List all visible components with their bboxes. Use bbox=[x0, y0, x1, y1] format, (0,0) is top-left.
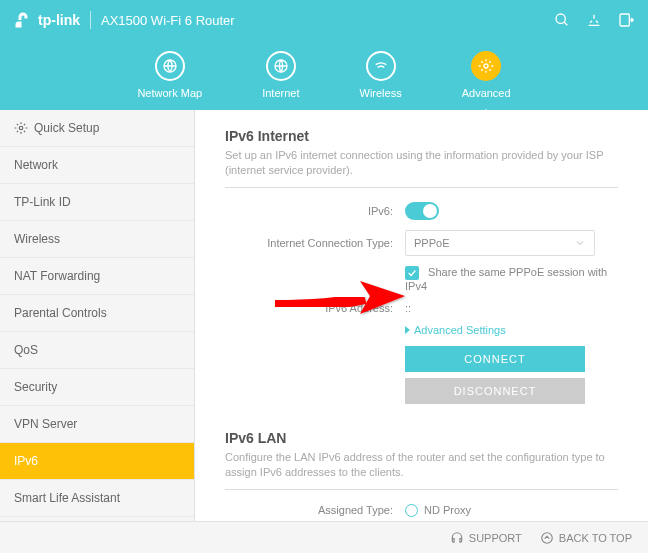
sidebar-item-vpn[interactable]: VPN Server bbox=[0, 406, 194, 443]
share-pppoe-label: Share the same PPPoE session with IPv4 bbox=[405, 266, 607, 292]
logout-icon[interactable] bbox=[618, 12, 634, 28]
sidebar: Quick Setup Network TP-Link ID Wireless … bbox=[0, 110, 195, 553]
tab-label: Advanced bbox=[462, 87, 511, 99]
chevron-down-icon bbox=[574, 237, 586, 249]
label-assigned-type: Assigned Type: bbox=[225, 504, 405, 516]
share-pppoe-checkbox[interactable] bbox=[405, 266, 419, 280]
label-ipv6-addr: IPv6 Address: bbox=[225, 302, 405, 314]
top-actions bbox=[554, 12, 634, 28]
section-desc-lan: Configure the LAN IPv6 address of the ro… bbox=[225, 450, 618, 481]
label-ipv6: IPv6: bbox=[225, 205, 405, 217]
conn-type-value: PPPoE bbox=[414, 237, 449, 249]
sidebar-item-network[interactable]: Network bbox=[0, 147, 194, 184]
support-button[interactable]: SUPPORT bbox=[450, 531, 522, 545]
back-to-top-button[interactable]: BACK TO TOP bbox=[540, 531, 632, 545]
tab-label: Network Map bbox=[137, 87, 202, 99]
section-title-lan: IPv6 LAN bbox=[225, 430, 618, 446]
svg-point-8 bbox=[542, 532, 553, 543]
search-icon[interactable] bbox=[554, 12, 570, 28]
divider bbox=[225, 489, 618, 490]
content: IPv6 Internet Set up an IPv6 internet co… bbox=[195, 110, 648, 553]
svg-point-6 bbox=[19, 126, 23, 130]
ipv6-addr-value: :: bbox=[405, 302, 411, 314]
svg-point-5 bbox=[484, 64, 488, 68]
ipv6-toggle[interactable] bbox=[405, 202, 439, 220]
headset-icon bbox=[450, 531, 464, 545]
sidebar-item-nat[interactable]: NAT Forwarding bbox=[0, 258, 194, 295]
tab-network-map[interactable]: Network Map bbox=[137, 51, 202, 99]
divider bbox=[225, 187, 618, 188]
tab-wireless[interactable]: Wireless bbox=[360, 51, 402, 99]
svg-rect-2 bbox=[620, 14, 629, 26]
sidebar-item-wireless[interactable]: Wireless bbox=[0, 221, 194, 258]
arrow-up-circle-icon bbox=[540, 531, 554, 545]
radio-nd-proxy[interactable]: ND Proxy bbox=[405, 504, 618, 517]
tab-label: Wireless bbox=[360, 87, 402, 99]
triangle-right-icon bbox=[405, 326, 410, 334]
sidebar-item-parental[interactable]: Parental Controls bbox=[0, 295, 194, 332]
sidebar-item-qos[interactable]: QoS bbox=[0, 332, 194, 369]
svg-point-0 bbox=[556, 14, 565, 23]
tab-advanced[interactable]: Advanced bbox=[462, 51, 511, 99]
body: Quick Setup Network TP-Link ID Wireless … bbox=[0, 110, 648, 553]
top-bar: tp-link AX1500 Wi-Fi 6 Router bbox=[0, 0, 648, 40]
sidebar-item-ipv6[interactable]: IPv6 bbox=[0, 443, 194, 480]
section-desc-internet: Set up an IPv6 internet connection using… bbox=[225, 148, 618, 179]
advanced-settings-link[interactable]: Advanced Settings bbox=[405, 324, 506, 336]
label-conn-type: Internet Connection Type: bbox=[225, 237, 405, 249]
divider bbox=[90, 11, 91, 29]
sidebar-item-quick-setup[interactable]: Quick Setup bbox=[0, 110, 194, 147]
disconnect-button[interactable]: DISCONNECT bbox=[405, 378, 585, 404]
tp-link-icon bbox=[14, 11, 32, 29]
gear-icon bbox=[14, 121, 28, 135]
brand-text: tp-link bbox=[38, 12, 80, 28]
sidebar-item-smart-life[interactable]: Smart Life Assistant bbox=[0, 480, 194, 517]
tab-label: Internet bbox=[262, 87, 299, 99]
product-name: AX1500 Wi-Fi 6 Router bbox=[101, 13, 235, 28]
connect-button[interactable]: CONNECT bbox=[405, 346, 585, 372]
sidebar-item-security[interactable]: Security bbox=[0, 369, 194, 406]
sidebar-item-tplink-id[interactable]: TP-Link ID bbox=[0, 184, 194, 221]
tab-internet[interactable]: Internet bbox=[262, 51, 299, 99]
brand-logo: tp-link bbox=[14, 11, 80, 29]
conn-type-select[interactable]: PPPoE bbox=[405, 230, 595, 256]
svg-line-1 bbox=[564, 22, 567, 25]
radio-icon bbox=[405, 504, 418, 517]
main-tabs: Network Map Internet Wireless Advanced bbox=[0, 40, 648, 110]
led-icon[interactable] bbox=[586, 12, 602, 28]
section-title-internet: IPv6 Internet bbox=[225, 128, 618, 144]
footer: SUPPORT BACK TO TOP bbox=[0, 521, 648, 553]
